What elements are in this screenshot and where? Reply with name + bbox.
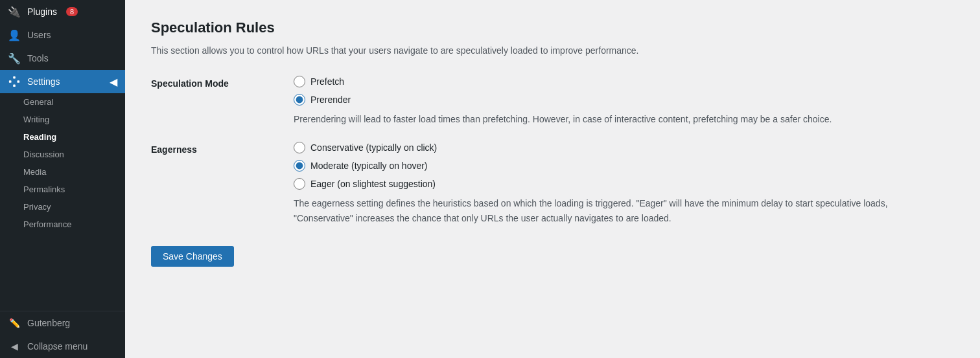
users-icon: 👤 <box>8 28 21 41</box>
plugins-label: Plugins <box>27 6 57 17</box>
conservative-label: Conservative (typically on click) <box>310 142 437 153</box>
save-changes-button[interactable]: Save Changes <box>151 246 234 267</box>
sidebar-item-privacy[interactable]: Privacy <box>0 198 125 216</box>
settings-submenu: General Writing Reading Discussion Media… <box>0 93 125 233</box>
speculation-mode-hint: Prerendering will lead to faster load ti… <box>294 112 916 126</box>
page-title: Speculation Rules <box>151 19 954 36</box>
tools-icon: 🔧 <box>8 52 21 65</box>
conservative-radio[interactable] <box>294 142 305 153</box>
conservative-option[interactable]: Conservative (typically on click) <box>294 142 954 153</box>
speculation-mode-row: Speculation Mode Prefetch Prerender Prer… <box>151 76 954 126</box>
collapse-icon: ◀ <box>8 340 21 353</box>
moderate-radio[interactable] <box>294 160 305 172</box>
collapse-label: Collapse menu <box>27 341 88 352</box>
plugins-badge: 8 <box>66 7 78 16</box>
svg-rect-1 <box>13 85 16 87</box>
sidebar-bottom: ✏️ Gutenberg ◀ Collapse menu <box>0 311 125 358</box>
prerender-radio[interactable] <box>294 94 305 106</box>
sidebar-item-settings[interactable]: Settings ◀ <box>0 70 125 93</box>
eagerness-control: Conservative (typically on click) Modera… <box>294 142 954 225</box>
settings-icon <box>8 75 21 88</box>
eagerness-hint: The eagerness setting defines the heuris… <box>294 196 916 225</box>
svg-rect-3 <box>18 80 20 83</box>
svg-rect-2 <box>9 80 12 83</box>
page-description: This section allows you to control how U… <box>151 44 954 58</box>
gutenberg-icon: ✏️ <box>8 317 21 330</box>
eagerness-row: Eagerness Conservative (typically on cli… <box>151 142 954 225</box>
prefetch-radio[interactable] <box>294 76 305 87</box>
gutenberg-label: Gutenberg <box>27 318 70 328</box>
prefetch-option[interactable]: Prefetch <box>294 76 954 87</box>
moderate-label: Moderate (typically on hover) <box>310 161 428 171</box>
moderate-option[interactable]: Moderate (typically on hover) <box>294 160 954 172</box>
settings-arrow: ◀ <box>110 76 117 88</box>
prefetch-label: Prefetch <box>310 76 344 87</box>
eager-option[interactable]: Eager (on slightest suggestion) <box>294 178 954 190</box>
sidebar-item-users[interactable]: 👤 Users <box>0 23 125 47</box>
sidebar-item-collapse[interactable]: ◀ Collapse menu <box>0 335 125 358</box>
sidebar: 🔌 Plugins 8 👤 Users 🔧 Tools Settings ◀ G… <box>0 0 125 358</box>
svg-rect-0 <box>13 76 16 79</box>
tools-label: Tools <box>27 53 49 63</box>
speculation-mode-label: Speculation Mode <box>151 76 294 126</box>
plugins-icon: 🔌 <box>8 5 21 18</box>
eager-label: Eager (on slightest suggestion) <box>310 179 436 189</box>
eagerness-label: Eagerness <box>151 142 294 225</box>
sidebar-item-plugins[interactable]: 🔌 Plugins 8 <box>0 0 125 23</box>
sidebar-item-general[interactable]: General <box>0 93 125 111</box>
prerender-option[interactable]: Prerender <box>294 94 954 106</box>
prerender-label: Prerender <box>310 95 351 105</box>
form-actions: Save Changes <box>151 241 954 267</box>
sidebar-item-tools[interactable]: 🔧 Tools <box>0 47 125 70</box>
speculation-mode-control: Prefetch Prerender Prerendering will lea… <box>294 76 954 126</box>
sidebar-item-gutenberg[interactable]: ✏️ Gutenberg <box>0 311 125 335</box>
sidebar-item-discussion[interactable]: Discussion <box>0 146 125 163</box>
settings-label: Settings <box>27 76 60 87</box>
users-label: Users <box>27 30 51 40</box>
sidebar-item-permalinks[interactable]: Permalinks <box>0 181 125 198</box>
sidebar-item-performance[interactable]: Performance <box>0 216 125 233</box>
sidebar-item-reading[interactable]: Reading <box>0 128 125 146</box>
sidebar-item-media[interactable]: Media <box>0 163 125 181</box>
sidebar-item-writing[interactable]: Writing <box>0 111 125 128</box>
main-content: Speculation Rules This section allows yo… <box>125 0 980 358</box>
eager-radio[interactable] <box>294 178 305 190</box>
